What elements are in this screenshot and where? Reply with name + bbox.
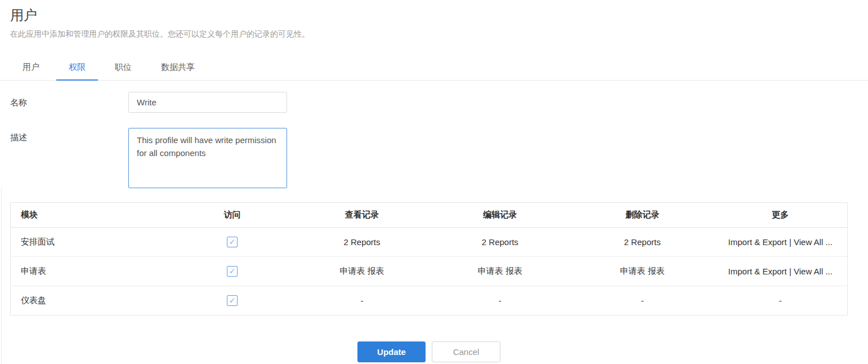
view-records-cell[interactable]: - [295,286,429,316]
module-name: 申请表 [11,257,170,286]
delete-records-cell[interactable]: 2 Reports [571,228,714,257]
checkmark-icon: ✓ [229,237,236,246]
access-checkbox[interactable]: ✓ [227,266,238,277]
header-module: 模块 [11,203,170,228]
module-name: 仪表盘 [11,286,170,316]
header-delete-records: 删除记录 [571,203,714,228]
header-access: 访问 [169,203,295,228]
access-checkbox[interactable]: ✓ [227,237,238,247]
name-form-row: 名称 [10,92,848,113]
users-settings-page: 用户 在此应用中添加和管理用户的权限及其职位。您还可以定义每个用户的记录的可见性… [0,0,868,362]
cancel-button[interactable]: Cancel [432,341,500,362]
profile-description-textarea[interactable]: This profile will have write permission … [128,128,287,188]
view-records-cell[interactable]: 申请表 报表 [295,257,429,286]
access-checkbox[interactable]: ✓ [227,295,238,306]
edit-records-cell[interactable]: 申请表 报表 [429,257,571,286]
tab-bar: 用户 权限 职位 数据共享 [0,54,868,81]
table-row: 仪表盘 ✓ - - - - [11,286,848,316]
checkmark-icon: ✓ [229,296,236,305]
checkmark-icon: ✓ [229,267,236,276]
update-button[interactable]: Update [357,341,426,362]
module-name: 安排面试 [11,228,170,257]
delete-records-cell[interactable]: 申请表 报表 [571,257,714,286]
more-cell[interactable]: - [714,286,848,316]
table-row: 申请表 ✓ 申请表 报表 申请表 报表 申请表 报表 Import & Expo… [11,257,848,286]
tab-permissions[interactable]: 权限 [56,54,98,81]
description-label: 描述 [10,128,128,188]
table-header-row: 模块 访问 查看记录 编辑记录 删除记录 更多 [11,203,848,228]
delete-records-cell[interactable]: - [571,286,714,316]
tab-roles[interactable]: 职位 [102,54,144,81]
edit-records-cell[interactable]: - [429,286,571,316]
table-row: 安排面试 ✓ 2 Reports 2 Reports 2 Reports Imp… [11,228,848,257]
name-label: 名称 [10,92,128,113]
header-edit-records: 编辑记录 [429,203,571,228]
profile-name-input[interactable] [128,92,287,113]
tab-data-sharing[interactable]: 数据共享 [149,54,207,81]
header-view-records: 查看记录 [295,203,429,228]
view-records-cell[interactable]: 2 Reports [295,228,429,257]
header-more: 更多 [714,203,848,228]
permissions-table: 模块 访问 查看记录 编辑记录 删除记录 更多 安排面试 ✓ 2 Reports… [10,202,848,316]
page-subtitle: 在此应用中添加和管理用户的权限及其职位。您还可以定义每个用户的记录的可见性。 [10,28,848,39]
action-button-bar: Update Cancel [10,341,848,362]
more-cell[interactable]: Import & Export | View All ... [714,257,848,286]
edit-records-cell[interactable]: 2 Reports [429,228,571,257]
tab-users[interactable]: 用户 [10,54,52,81]
page-title: 用户 [10,7,848,24]
more-cell[interactable]: Import & Export | View All ... [714,228,848,257]
panel-left-edge [1,188,2,364]
description-form-row: 描述 This profile will have write permissi… [10,128,848,188]
